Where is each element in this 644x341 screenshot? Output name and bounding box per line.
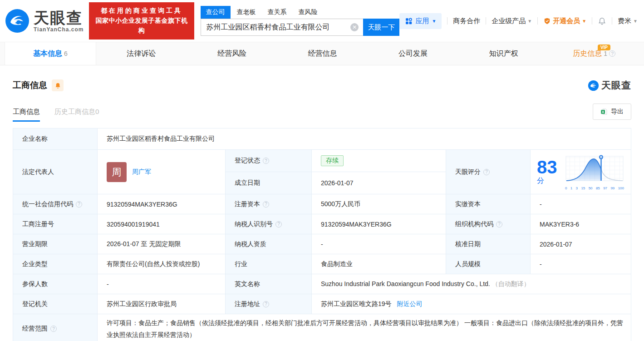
field-label: 注册地址 <box>235 300 260 307</box>
field-label: 工商注册号 <box>22 220 54 227</box>
help-icon[interactable] <box>609 50 615 57</box>
table-row: 企业类型 有限责任公司(自然人投资或控股) 行业 食品制造业 人员规模 - <box>13 254 631 274</box>
taxpayer-quality-label-cell: 纳税人资质 <box>226 234 312 254</box>
help-icon[interactable] <box>263 301 269 307</box>
slogan-banner: 都在用的商业查询工具 国家中小企业发展子基金旗下机构 <box>89 2 194 39</box>
field-label: 行业 <box>235 260 247 267</box>
help-icon[interactable] <box>263 158 269 164</box>
search-tabs: 查公司 查老板 查关系 查风险 <box>201 6 400 19</box>
nav-user[interactable]: 费米 ▼ <box>618 17 638 25</box>
tab-basic-info-count: 6 <box>64 50 68 57</box>
field-label: 登记机关 <box>22 300 48 307</box>
field-label: 组织机构代码 <box>455 220 493 227</box>
org-code-value: MAK3YER3-6 <box>531 214 631 234</box>
score-value-cell: 83分 <box>531 150 631 194</box>
export-button[interactable]: 导出 <box>593 104 631 120</box>
tick-label: 97 <box>603 186 607 190</box>
field-label: 天眼评分 <box>455 168 481 175</box>
help-icon[interactable] <box>76 201 82 208</box>
nav-user-label: 费米 <box>618 17 631 25</box>
search-area: 查公司 查老板 查关系 查风险 ✕ 天眼一下 <box>201 6 400 36</box>
tianyancha-watermark: 天眼查 <box>588 79 631 92</box>
export-label: 导出 <box>611 108 624 116</box>
section-title: 工商信息 <box>13 79 47 91</box>
table-row: 统一社会信用代码 91320594MAK3YER36G 注册资本 5000万人民… <box>13 194 631 214</box>
company-name-value: 苏州工业园区稻香村食品工业有限公司 <box>98 128 631 150</box>
field-label: 登记状态 <box>235 157 260 164</box>
english-name-label-cell: 英文名称 <box>226 274 312 294</box>
tab-basic-info-label: 基本信息 <box>33 49 62 59</box>
legal-rep-link[interactable]: 周广军 <box>132 168 151 176</box>
nav-apps[interactable]: 应用 ▼ <box>399 13 442 29</box>
company-type-label-cell: 企业类型 <box>13 254 98 274</box>
nav-cooperation[interactable]: 商务合作 <box>453 17 480 25</box>
tab-operating-risk[interactable]: 经营风险 <box>187 42 277 65</box>
subtab-history-business-info[interactable]: 历史工商信息0 <box>54 108 99 122</box>
help-icon[interactable] <box>275 221 282 227</box>
tab-operating-risk-label: 经营风险 <box>217 49 246 59</box>
logo-text: 天眼查 TianYanCha.com <box>34 10 84 32</box>
tab-history-info[interactable]: VIP 历史信息 1 <box>549 42 639 65</box>
tab-operating-info[interactable]: 经营信息 <box>277 42 368 65</box>
tab-legal-proceedings[interactable]: 法律诉讼 <box>96 42 187 65</box>
help-icon[interactable] <box>263 201 269 208</box>
score-widget[interactable]: 83分 <box>533 152 628 192</box>
nav-enterprise[interactable]: 企业级产品 ▼ <box>492 17 532 25</box>
nearby-companies-link[interactable]: 附近公司 <box>397 300 422 307</box>
field-label: 法定代表人 <box>22 168 54 175</box>
score-distribution-chart: 0 1 3 15 50 85 97 99 100 <box>565 153 624 190</box>
nav-enterprise-label: 企业级产品 <box>492 17 526 25</box>
table-row: 经营范围 许可项目：食品生产；食品销售（依法须经批准的项目，经相关部门批准后方可… <box>13 314 631 341</box>
field-label: 统一社会信用代码 <box>22 200 73 208</box>
search-tab-risk[interactable]: 查风险 <box>293 6 323 19</box>
watermark-brand: 天眼查 <box>601 79 631 92</box>
section-header: 工商信息 天眼查 <box>13 79 631 92</box>
business-term-value: 2026-01-07 至 无固定期限 <box>98 234 226 254</box>
divider <box>486 17 486 25</box>
tab-legal-proceedings-label: 法律诉讼 <box>127 49 156 59</box>
establish-date-label-cell: 成立日期 <box>226 172 312 194</box>
english-name-value-cell: Suzhou Industrial Park Daoxiangcun Food … <box>312 274 631 294</box>
chevron-down-icon: ▼ <box>633 19 638 24</box>
table-row: 法定代表人 周 周广军 登记状态 存续 天眼评分 83分 <box>13 150 631 172</box>
subscribe-bell-button[interactable] <box>52 79 64 91</box>
establish-date-value: 2026-01-07 <box>312 172 446 194</box>
field-label: 注册资本 <box>235 200 260 208</box>
search-tab-boss[interactable]: 查老板 <box>231 6 261 19</box>
help-icon[interactable] <box>50 326 57 332</box>
table-row: 参保人数 - 英文名称 Suzhou Industrial Park Daoxi… <box>13 274 631 294</box>
approval-date-label-cell: 核准日期 <box>446 234 531 254</box>
subtab-business-info[interactable]: 工商信息 <box>13 108 40 122</box>
tianyancha-logo[interactable]: 天眼查 TianYanCha.com <box>5 8 84 34</box>
field-label: 企业类型 <box>22 260 48 267</box>
notification-bell[interactable] <box>598 17 606 25</box>
reg-authority-value: 苏州工业园区行政审批局 <box>98 294 226 314</box>
legal-rep-avatar[interactable]: 周 <box>107 162 127 182</box>
field-label: 纳税人识别号 <box>235 220 273 227</box>
top-nav: 应用 ▼ 商务合作 企业级产品 ▼ 开通会员 ▼ 费米 <box>399 13 638 29</box>
business-info-table: 企业名称 苏州工业园区稻香村食品工业有限公司 法定代表人 周 周广军 登记状态 … <box>13 128 631 341</box>
search-button[interactable]: 天眼一下 <box>363 19 399 36</box>
vip-shield-icon <box>543 17 551 25</box>
tab-basic-info[interactable]: 基本信息 6 <box>5 42 96 65</box>
tick-label: 100 <box>618 186 624 190</box>
company-type-value: 有限责任公司(自然人投资或控股) <box>98 254 226 274</box>
nav-vip-label: 开通会员 <box>553 17 580 25</box>
slogan-line2: 国家中小企业发展子基金旗下机构 <box>93 16 189 35</box>
credit-code-label-cell: 统一社会信用代码 <box>13 194 98 214</box>
tick-label: 99 <box>610 186 615 190</box>
tab-company-development[interactable]: 公司发展 <box>368 42 458 65</box>
score-label-cell: 天眼评分 <box>446 150 531 194</box>
nav-vip[interactable]: 开通会员 ▼ <box>543 17 586 25</box>
field-label: 参保人数 <box>22 280 48 287</box>
search-tab-relation[interactable]: 查关系 <box>262 6 292 19</box>
reg-authority-label-cell: 登记机关 <box>13 294 98 314</box>
apps-grid-icon <box>405 17 413 25</box>
approval-date-value: 2026-01-07 <box>531 234 631 254</box>
search-input[interactable] <box>201 19 364 36</box>
tab-intellectual-property[interactable]: 知识产权 <box>458 42 549 65</box>
help-icon[interactable] <box>483 169 490 175</box>
credit-code-value: 91320594MAK3YER36G <box>98 194 226 214</box>
help-icon[interactable] <box>496 221 502 227</box>
search-tab-company[interactable]: 查公司 <box>201 6 231 19</box>
